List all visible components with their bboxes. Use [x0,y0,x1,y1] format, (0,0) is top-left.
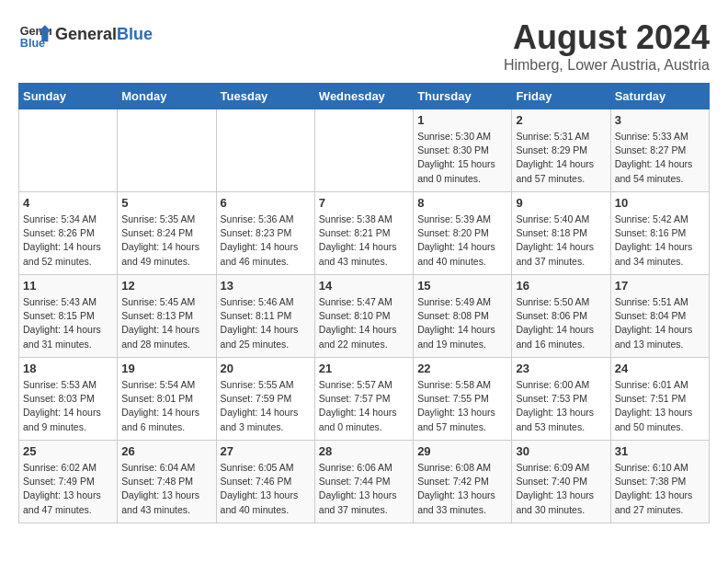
day-info: Sunrise: 5:36 AM Sunset: 8:23 PM Dayligh… [221,213,311,269]
day-number: 12 [121,279,211,293]
day-number: 24 [615,362,705,375]
location: Himberg, Lower Austria, Austria [504,57,710,74]
calendar-cell [19,109,118,192]
day-info: Sunrise: 6:09 AM Sunset: 7:40 PM Dayligh… [516,461,606,517]
calendar-cell: 19Sunrise: 5:54 AM Sunset: 8:01 PM Dayli… [118,358,216,441]
weekday-header-tuesday: Tuesday [216,84,314,109]
day-number: 20 [221,362,311,375]
day-number: 31 [615,444,705,458]
day-number: 22 [417,362,507,375]
calendar-cell: 18Sunrise: 5:53 AM Sunset: 8:03 PM Dayli… [19,358,118,441]
day-info: Sunrise: 5:58 AM Sunset: 7:55 PM Dayligh… [417,378,507,434]
day-info: Sunrise: 6:08 AM Sunset: 7:42 PM Dayligh… [417,461,507,517]
day-number: 6 [221,196,311,210]
day-number: 18 [23,362,113,375]
day-info: Sunrise: 5:54 AM Sunset: 8:01 PM Dayligh… [121,378,211,434]
day-info: Sunrise: 5:39 AM Sunset: 8:20 PM Dayligh… [417,213,507,269]
calendar-cell: 24Sunrise: 6:01 AM Sunset: 7:51 PM Dayli… [610,358,709,441]
calendar-cell: 10Sunrise: 5:42 AM Sunset: 8:16 PM Dayli… [610,192,709,275]
day-number: 8 [417,196,507,210]
day-number: 26 [121,444,211,458]
month-year: August 2024 [504,18,710,57]
day-number: 27 [221,444,311,458]
day-number: 15 [417,279,507,293]
calendar-week-1: 1Sunrise: 5:30 AM Sunset: 8:30 PM Daylig… [19,109,710,192]
calendar-cell: 30Sunrise: 6:09 AM Sunset: 7:40 PM Dayli… [512,441,610,523]
calendar-cell: 23Sunrise: 6:00 AM Sunset: 7:53 PM Dayli… [512,358,610,441]
day-info: Sunrise: 5:55 AM Sunset: 7:59 PM Dayligh… [221,378,311,434]
title-block: August 2024 Himberg, Lower Austria, Aust… [504,18,710,74]
calendar-cell: 29Sunrise: 6:08 AM Sunset: 7:42 PM Dayli… [414,441,512,523]
calendar-cell: 14Sunrise: 5:47 AM Sunset: 8:10 PM Dayli… [314,275,413,358]
calendar-cell: 8Sunrise: 5:39 AM Sunset: 8:20 PM Daylig… [414,192,512,275]
calendar-cell: 11Sunrise: 5:43 AM Sunset: 8:15 PM Dayli… [19,275,118,358]
day-number: 7 [319,196,409,210]
day-info: Sunrise: 6:00 AM Sunset: 7:53 PM Dayligh… [516,378,606,434]
calendar-week-5: 25Sunrise: 6:02 AM Sunset: 7:49 PM Dayli… [19,441,710,523]
day-number: 5 [121,196,211,210]
calendar-cell: 1Sunrise: 5:30 AM Sunset: 8:30 PM Daylig… [414,109,512,192]
day-info: Sunrise: 6:10 AM Sunset: 7:38 PM Dayligh… [615,461,705,517]
day-info: Sunrise: 5:30 AM Sunset: 8:30 PM Dayligh… [417,130,507,186]
day-info: Sunrise: 5:31 AM Sunset: 8:29 PM Dayligh… [516,130,606,186]
day-info: Sunrise: 5:34 AM Sunset: 8:26 PM Dayligh… [23,213,113,269]
day-number: 19 [121,362,211,375]
calendar-cell: 16Sunrise: 5:50 AM Sunset: 8:06 PM Dayli… [512,275,610,358]
calendar-week-3: 11Sunrise: 5:43 AM Sunset: 8:15 PM Dayli… [19,275,710,358]
calendar-cell: 5Sunrise: 5:35 AM Sunset: 8:24 PM Daylig… [118,192,216,275]
calendar-cell: 9Sunrise: 5:40 AM Sunset: 8:18 PM Daylig… [512,192,610,275]
day-info: Sunrise: 6:05 AM Sunset: 7:46 PM Dayligh… [221,461,311,517]
svg-text:Blue: Blue [20,37,45,50]
calendar-cell: 4Sunrise: 5:34 AM Sunset: 8:26 PM Daylig… [19,192,118,275]
day-number: 13 [221,279,311,293]
day-number: 9 [516,196,606,210]
page-header: General Blue GeneralBlue August 2024 Him… [18,18,710,74]
day-info: Sunrise: 5:50 AM Sunset: 8:06 PM Dayligh… [516,295,606,351]
calendar-cell [314,109,413,192]
day-info: Sunrise: 6:06 AM Sunset: 7:44 PM Dayligh… [319,461,409,517]
calendar-cell: 27Sunrise: 6:05 AM Sunset: 7:46 PM Dayli… [216,441,314,523]
day-info: Sunrise: 5:40 AM Sunset: 8:18 PM Dayligh… [516,213,606,269]
day-number: 23 [516,362,606,375]
day-number: 29 [417,444,507,458]
day-number: 2 [516,113,606,127]
logo: General Blue GeneralBlue [18,18,153,52]
day-number: 17 [615,279,705,293]
calendar-cell: 17Sunrise: 5:51 AM Sunset: 8:04 PM Dayli… [610,275,709,358]
day-info: Sunrise: 5:45 AM Sunset: 8:13 PM Dayligh… [121,295,211,351]
calendar-cell: 13Sunrise: 5:46 AM Sunset: 8:11 PM Dayli… [216,275,314,358]
day-number: 10 [615,196,705,210]
weekday-header-wednesday: Wednesday [314,84,413,109]
weekday-header-thursday: Thursday [414,84,512,109]
calendar-cell [118,109,216,192]
day-info: Sunrise: 5:57 AM Sunset: 7:57 PM Dayligh… [319,378,409,434]
logo-icon: General Blue [18,18,51,52]
calendar-table: SundayMondayTuesdayWednesdayThursdayFrid… [18,83,710,523]
weekday-header-saturday: Saturday [610,84,709,109]
calendar-cell: 28Sunrise: 6:06 AM Sunset: 7:44 PM Dayli… [314,441,413,523]
weekday-header-friday: Friday [512,84,610,109]
day-info: Sunrise: 5:43 AM Sunset: 8:15 PM Dayligh… [23,295,113,351]
day-number: 25 [23,444,113,458]
day-number: 11 [23,279,113,293]
calendar-cell: 21Sunrise: 5:57 AM Sunset: 7:57 PM Dayli… [314,358,413,441]
calendar-cell: 7Sunrise: 5:38 AM Sunset: 8:21 PM Daylig… [314,192,413,275]
calendar-week-2: 4Sunrise: 5:34 AM Sunset: 8:26 PM Daylig… [19,192,710,275]
day-info: Sunrise: 6:04 AM Sunset: 7:48 PM Dayligh… [121,461,211,517]
day-info: Sunrise: 5:49 AM Sunset: 8:08 PM Dayligh… [417,295,507,351]
day-number: 30 [516,444,606,458]
day-info: Sunrise: 5:51 AM Sunset: 8:04 PM Dayligh… [615,295,705,351]
day-info: Sunrise: 6:02 AM Sunset: 7:49 PM Dayligh… [23,461,113,517]
calendar-week-4: 18Sunrise: 5:53 AM Sunset: 8:03 PM Dayli… [19,358,710,441]
day-info: Sunrise: 5:42 AM Sunset: 8:16 PM Dayligh… [615,213,705,269]
day-info: Sunrise: 5:38 AM Sunset: 8:21 PM Dayligh… [319,213,409,269]
day-number: 16 [516,279,606,293]
calendar-cell: 22Sunrise: 5:58 AM Sunset: 7:55 PM Dayli… [414,358,512,441]
day-info: Sunrise: 5:46 AM Sunset: 8:11 PM Dayligh… [221,295,311,351]
day-number: 21 [319,362,409,375]
day-info: Sunrise: 5:35 AM Sunset: 8:24 PM Dayligh… [121,213,211,269]
calendar-cell: 25Sunrise: 6:02 AM Sunset: 7:49 PM Dayli… [19,441,118,523]
day-number: 3 [615,113,705,127]
calendar-cell: 12Sunrise: 5:45 AM Sunset: 8:13 PM Dayli… [118,275,216,358]
day-info: Sunrise: 5:33 AM Sunset: 8:27 PM Dayligh… [615,130,705,186]
